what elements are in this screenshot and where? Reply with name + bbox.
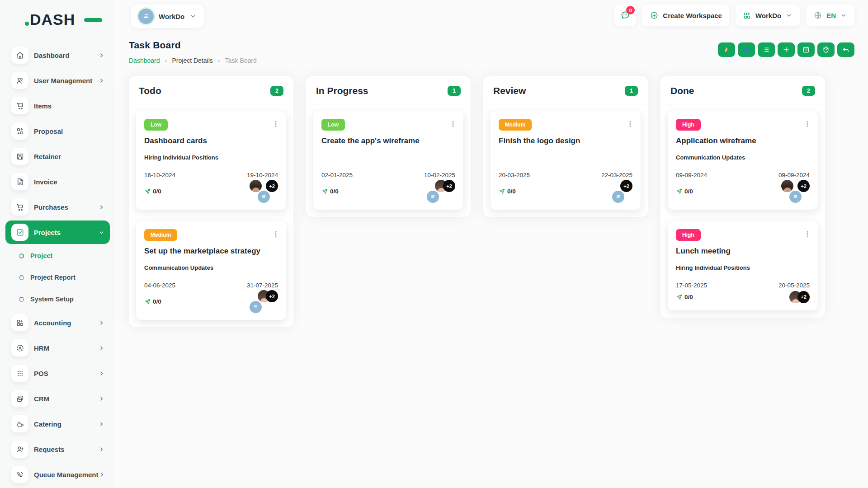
card-menu-button[interactable] bbox=[624, 118, 636, 131]
onedrive-icon bbox=[742, 46, 750, 54]
sidebar-item-catering[interactable]: Catering bbox=[5, 411, 110, 436]
language-selector[interactable]: EN bbox=[806, 5, 854, 26]
sidebar-item-projects[interactable]: Projects bbox=[5, 221, 110, 244]
kebab-icon bbox=[449, 120, 457, 128]
board-column-review: Review 1 Medium Finish the logo design 2… bbox=[483, 76, 648, 217]
sidebar-item-crm[interactable]: CRM bbox=[5, 386, 110, 411]
sidebar-subitem-project[interactable]: Project bbox=[5, 245, 110, 267]
task-card[interactable]: High Application wireframe Communication… bbox=[668, 111, 818, 210]
undo-icon bbox=[842, 46, 850, 54]
calendar-icon bbox=[802, 46, 810, 54]
column-title: Review bbox=[493, 85, 526, 96]
send-icon bbox=[499, 188, 505, 195]
task-subtitle: Hiring Individual Positions bbox=[676, 264, 810, 272]
user-plus-icon bbox=[11, 441, 28, 458]
assignee-avatars: +2 bbox=[250, 180, 278, 203]
card-menu-button[interactable] bbox=[802, 228, 813, 241]
list-icon bbox=[762, 46, 770, 54]
task-subtitle bbox=[321, 154, 455, 161]
workspace-avatar bbox=[138, 9, 154, 24]
card-menu-button[interactable] bbox=[802, 118, 813, 131]
check-square-icon bbox=[16, 228, 24, 237]
sidebar-item-dashboard[interactable]: Dashboard bbox=[5, 42, 110, 68]
task-card[interactable]: Low Create the app's wireframe 02-01-202… bbox=[313, 111, 463, 210]
assignee-avatars: +2 bbox=[250, 290, 278, 313]
column-title: Done bbox=[670, 85, 694, 96]
task-card[interactable]: Medium Finish the logo design 20-03-2025… bbox=[491, 111, 641, 210]
task-card[interactable]: Low Dashboard cards Hiring Individual Po… bbox=[136, 111, 286, 210]
sidebar-item-proposal[interactable]: Proposal bbox=[5, 118, 110, 144]
calendar-view-button[interactable] bbox=[797, 42, 815, 57]
sidebar-item-accounting[interactable]: Accounting bbox=[5, 310, 110, 335]
create-workspace-button[interactable]: Create Workspace bbox=[642, 5, 729, 26]
priority-badge: Low bbox=[144, 119, 168, 131]
messages-button[interactable]: 0 bbox=[614, 5, 636, 26]
grid-plus-icon bbox=[11, 314, 28, 331]
end-date: 09-09-2024 bbox=[778, 172, 810, 178]
sidebar-item-hrm[interactable]: HRM bbox=[5, 335, 110, 361]
send-icon bbox=[144, 298, 151, 305]
sidebar-item-user-management[interactable]: User Management bbox=[5, 68, 110, 93]
workspace-selector[interactable]: WorkDo bbox=[131, 5, 204, 28]
send-icon bbox=[144, 298, 151, 305]
task-title: Set up the marketplace strategy bbox=[144, 247, 278, 256]
task-card[interactable]: Medium Set up the marketplace strategy C… bbox=[136, 221, 286, 320]
sidebar-subitem-project-report[interactable]: Project Report bbox=[5, 267, 110, 288]
sidebar-nav: Dashboard User Management Items Proposal… bbox=[0, 42, 115, 487]
sidebar-subitem-system-setup[interactable]: System Setup bbox=[5, 288, 110, 310]
task-subtitle bbox=[499, 154, 632, 161]
kebab-icon bbox=[626, 120, 634, 128]
progress-count: 0/0 bbox=[684, 294, 693, 300]
plus-icon bbox=[782, 46, 790, 54]
sidebar-item-pos[interactable]: POS bbox=[5, 361, 110, 386]
sidebar-item-items[interactable]: Items bbox=[5, 93, 110, 118]
page-title: Task Board bbox=[129, 40, 257, 51]
sidebar-item-requests[interactable]: Requests bbox=[5, 436, 110, 462]
task-card[interactable]: High Lunch meeting Hiring Individual Pos… bbox=[668, 221, 818, 310]
timer-button[interactable] bbox=[817, 42, 835, 57]
card-menu-button[interactable] bbox=[270, 228, 282, 241]
task-title: Dashboard cards bbox=[144, 136, 278, 145]
start-date: 02-01-2025 bbox=[321, 172, 353, 178]
send-icon bbox=[676, 188, 683, 195]
sidebar-item-invoice[interactable]: Invoice bbox=[5, 169, 110, 194]
plus-circle-icon bbox=[650, 11, 659, 20]
kebab-icon bbox=[272, 230, 280, 238]
google-drive-button[interactable] bbox=[718, 42, 735, 57]
progress-count: 0/0 bbox=[153, 188, 161, 195]
more-members-badge: +2 bbox=[266, 290, 278, 302]
add-task-button[interactable] bbox=[778, 42, 795, 57]
task-subtitle: Communication Updates bbox=[144, 264, 278, 272]
board-column-done: Done 2 High Application wireframe Commun… bbox=[660, 76, 825, 318]
logo-dot-icon bbox=[25, 22, 29, 26]
priority-badge: Medium bbox=[499, 119, 532, 131]
sidebar-item-purchases[interactable]: Purchases bbox=[5, 194, 110, 220]
sidebar-item-queue-management[interactable]: Queue Management bbox=[5, 462, 110, 487]
cart-icon bbox=[11, 198, 28, 216]
building-icon bbox=[615, 193, 622, 200]
workspace-switcher[interactable]: WorkDo bbox=[736, 5, 800, 26]
priority-badge: Low bbox=[321, 119, 345, 131]
chevron-down-icon bbox=[189, 13, 197, 20]
end-date: 20-05-2025 bbox=[778, 282, 810, 289]
home-icon bbox=[16, 51, 24, 60]
card-menu-button[interactable] bbox=[270, 118, 282, 131]
kebab-icon bbox=[803, 120, 811, 128]
workspace-logo-avatar bbox=[427, 191, 439, 203]
app-logo[interactable]: DASH bbox=[30, 11, 89, 29]
breadcrumb-item-dashboard[interactable]: Dashboard bbox=[129, 57, 160, 64]
card-menu-button[interactable] bbox=[447, 118, 459, 131]
start-date: 17-05-2025 bbox=[676, 282, 707, 289]
send-icon bbox=[499, 188, 505, 195]
back-button[interactable] bbox=[837, 42, 854, 57]
task-title: Finish the logo design bbox=[499, 136, 632, 145]
hrm-icon bbox=[11, 339, 28, 357]
sidebar-item-retainer[interactable]: Retainer bbox=[5, 144, 110, 169]
chevron-right-icon: › bbox=[218, 56, 220, 64]
send-icon bbox=[676, 294, 683, 300]
column-count-badge: 1 bbox=[625, 86, 638, 96]
list-view-button[interactable] bbox=[758, 42, 775, 57]
crm-icon bbox=[11, 390, 28, 407]
retainer-icon bbox=[11, 148, 28, 165]
onedrive-button[interactable] bbox=[738, 42, 755, 57]
